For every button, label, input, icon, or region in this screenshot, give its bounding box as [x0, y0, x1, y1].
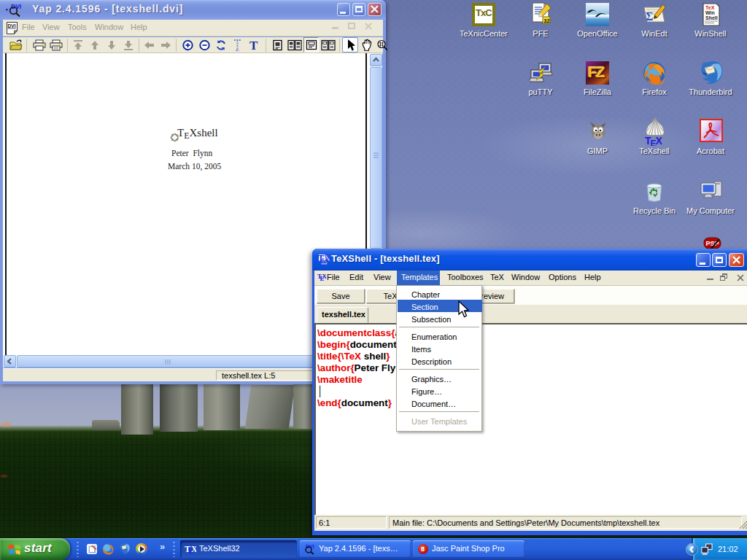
svg-text:X: X: [191, 544, 196, 554]
svg-text:32: 32: [544, 18, 550, 23]
svg-text:T: T: [249, 39, 258, 52]
svg-text:Σ: Σ: [646, 10, 653, 23]
svg-text:TeX: TeX: [705, 5, 715, 10]
svg-text:DVI: DVI: [306, 544, 314, 549]
svg-text:DVI: DVI: [8, 23, 16, 28]
svg-text:X: X: [325, 254, 330, 263]
svg-text:Shell: Shell: [705, 15, 718, 20]
svg-text:Win: Win: [705, 10, 715, 15]
svg-text:X: X: [322, 273, 326, 280]
svg-text:TEX: TEX: [645, 135, 663, 146]
